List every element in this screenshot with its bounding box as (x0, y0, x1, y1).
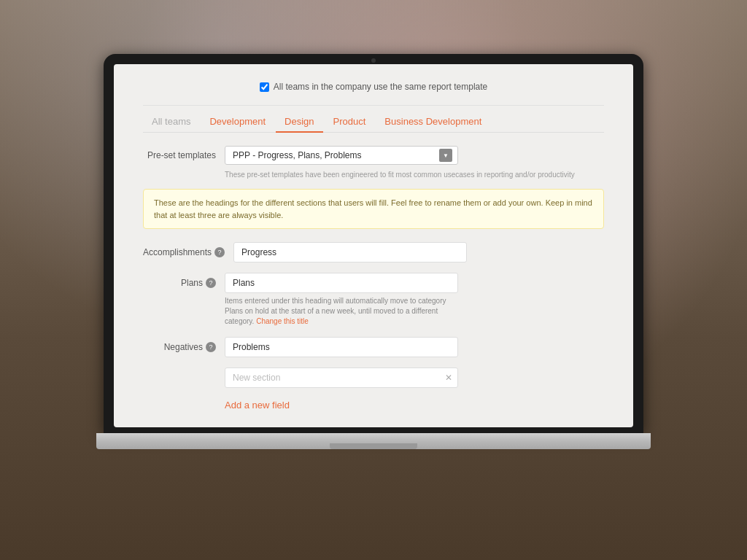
plans-label: Plans ? (143, 273, 216, 288)
tab-business-development[interactable]: Business Development (376, 112, 490, 133)
negatives-help-icon[interactable]: ? (206, 342, 216, 352)
negatives-input[interactable] (225, 337, 458, 357)
plans-hint: Items entered under this heading will au… (225, 296, 458, 327)
preset-templates-row: Pre-set templates PPP - Progress, Plans,… (143, 146, 604, 165)
add-field-row: Add a new field (225, 398, 604, 411)
tab-all-teams[interactable]: All teams (143, 112, 199, 133)
info-box-text: These are the headings for the different… (154, 198, 592, 219)
accomplishments-input-col (233, 242, 467, 262)
new-section-row: ✕ (225, 368, 604, 388)
laptop-base (96, 433, 651, 449)
plans-help-icon[interactable]: ? (206, 278, 216, 288)
negatives-label: Negatives ? (143, 337, 216, 352)
tabs-row: All teams Development Design Product Bus… (143, 112, 604, 133)
same-template-label: All teams in the company use the same re… (274, 82, 487, 92)
add-new-field-button[interactable]: Add a new field (225, 400, 290, 411)
accomplishments-field-row: Accomplishments ? (143, 242, 604, 262)
new-section-input[interactable] (225, 368, 458, 388)
template-checkbox-row: All teams in the company use the same re… (143, 82, 604, 92)
accomplishments-label: Accomplishments ? (143, 242, 225, 257)
new-section-input-wrapper: ✕ (225, 368, 458, 388)
negatives-field-row: Negatives ? (143, 337, 604, 357)
change-title-link[interactable]: Change this title (256, 317, 309, 325)
preset-templates-label: Pre-set templates (143, 150, 216, 160)
preset-templates-select[interactable]: PPP - Progress, Plans, Problems Weekly S… (225, 146, 458, 165)
tab-development[interactable]: Development (201, 112, 274, 133)
plans-input-col: Items entered under this heading will au… (225, 273, 458, 327)
plans-field-row: Plans ? Items entered under this heading… (143, 273, 604, 327)
negatives-input-col (225, 337, 458, 357)
info-box: These are the headings for the different… (143, 189, 604, 229)
tab-design[interactable]: Design (276, 112, 322, 133)
laptop-screen: All teams in the company use the same re… (114, 64, 633, 427)
plans-input[interactable] (225, 273, 458, 293)
preset-select-wrapper: PPP - Progress, Plans, Problems Weekly S… (225, 146, 458, 165)
tabs-divider-top (143, 105, 604, 106)
same-template-checkbox[interactable] (260, 82, 269, 92)
accomplishments-input[interactable] (233, 242, 467, 262)
preset-hint: These pre-set templates have been engine… (225, 171, 604, 179)
tab-product[interactable]: Product (325, 112, 375, 133)
accomplishments-help-icon[interactable]: ? (214, 247, 225, 257)
new-section-close-icon[interactable]: ✕ (445, 373, 452, 383)
laptop-camera (371, 58, 376, 63)
